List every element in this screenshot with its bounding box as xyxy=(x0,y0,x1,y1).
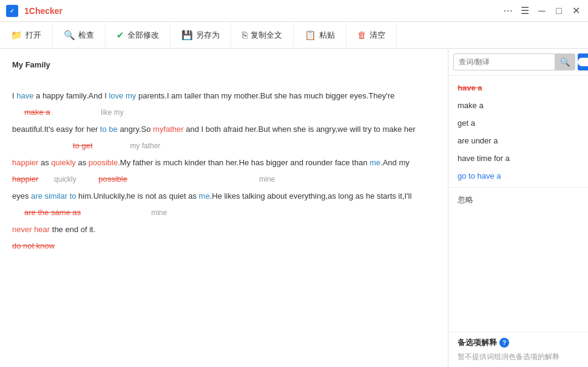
check-icon: 🔍 xyxy=(64,30,75,41)
word-my1: my xyxy=(126,91,136,100)
paragraph-4: eyes are similar to him.Unluckily,he is … xyxy=(12,189,436,203)
suggestions-list: have a make a get a are under a have tim… xyxy=(448,76,588,332)
word-never-hear: never hear xyxy=(12,225,50,234)
help-icon[interactable]: ? xyxy=(499,338,509,348)
suggestion-item-1[interactable]: get a xyxy=(448,114,588,132)
word-quiekly: quiekly xyxy=(51,158,75,167)
alternatives-title: 备选项解释 xyxy=(458,337,497,348)
paragraph-3-correction: happier quickly possible mine xyxy=(12,172,436,187)
app-logo-icon: ✓ xyxy=(6,5,18,17)
search-button[interactable]: 🔍 xyxy=(555,53,575,70)
toolbar: 📁 打开 🔍 检查 ✔ 全部修改 💾 另存为 ⎘ 复制全文 📋 粘贴 🗑 清空 xyxy=(0,22,588,49)
close-icon[interactable]: ✕ xyxy=(570,5,582,16)
search-icon: 🔍 xyxy=(560,58,570,67)
word-poosible: poosible xyxy=(89,158,118,167)
alternatives-section: 备选项解释 ? 暂不提供词组润色备选项的解释 xyxy=(448,332,588,367)
alternatives-header: 备选项解释 ? xyxy=(458,337,579,348)
paste-label: 粘贴 xyxy=(319,30,335,41)
copy-icon: ⎘ xyxy=(242,30,248,40)
app-title: 1Checker xyxy=(24,6,63,16)
clear-label: 清空 xyxy=(370,30,385,41)
right-panel: 🔍 have a make a get a are under a have t… xyxy=(448,49,588,367)
clear-button[interactable]: 🗑 清空 xyxy=(346,22,397,48)
window-controls: ⋯ ☰ ─ □ ✕ xyxy=(502,5,582,16)
copy-all-label: 复制全文 xyxy=(251,30,282,41)
suggestion-item-0[interactable]: make a xyxy=(448,97,588,114)
fix-all-label: 全部修改 xyxy=(127,30,159,41)
suggestion-item-4[interactable]: go to have a xyxy=(448,167,588,185)
check-label: 检查 xyxy=(78,30,94,41)
check-button[interactable]: 🔍 检查 xyxy=(53,22,106,48)
word-me1: me xyxy=(370,158,380,167)
paragraph-5-correction: do not know xyxy=(12,239,436,253)
paragraph-1-correction: make a like my xyxy=(12,105,436,120)
paragraph-2: beautiful.It's easy for her to be angry.… xyxy=(12,122,436,136)
paste-icon: 📋 xyxy=(305,30,316,41)
paragraph-5: never hear the end of it. xyxy=(12,222,436,236)
suggestion-item-2[interactable]: are under a xyxy=(448,132,588,149)
paragraph-3: happier as quiekly as poosible.My father… xyxy=(12,156,436,170)
divider xyxy=(448,187,588,188)
word-have: have xyxy=(16,91,33,100)
save-as-label: 另存为 xyxy=(196,30,220,41)
paragraph-2-correction: to get my father xyxy=(12,139,436,153)
toggle-button[interactable] xyxy=(578,53,588,70)
save-as-button[interactable]: 💾 另存为 xyxy=(171,22,231,48)
word-happier: happier xyxy=(12,158,38,167)
suggestion-item-3[interactable]: have time for a xyxy=(448,149,588,167)
word-tobe: to be xyxy=(100,125,118,134)
share-icon[interactable]: ⋯ xyxy=(502,5,514,16)
save-icon: 💾 xyxy=(181,30,193,41)
ignore-button[interactable]: 忽略 xyxy=(448,190,588,210)
maximize-icon[interactable]: □ xyxy=(553,5,565,16)
word-similar: are similar to xyxy=(31,191,76,201)
toggle-inner xyxy=(578,58,588,66)
search-bar: 🔍 xyxy=(448,49,588,76)
doc-title: My Family xyxy=(12,58,436,72)
paste-button[interactable]: 📋 粘贴 xyxy=(294,22,346,48)
window-menu-icon[interactable]: ☰ xyxy=(519,5,531,16)
paragraph-1: I have a happy family.And I love my pare… xyxy=(12,89,436,103)
title-left: ✓ 1Checker xyxy=(6,5,63,17)
checkmark-icon: ✔ xyxy=(117,30,124,41)
fix-all-button[interactable]: ✔ 全部修改 xyxy=(106,22,171,48)
open-label: 打开 xyxy=(25,30,41,41)
minimize-icon[interactable]: ─ xyxy=(536,5,548,16)
title-bar: ✓ 1Checker ⋯ ☰ ─ □ ✕ xyxy=(0,0,588,22)
copy-all-button[interactable]: ⎘ 复制全文 xyxy=(231,22,294,48)
clear-icon: 🗑 xyxy=(357,30,367,40)
word-love: love xyxy=(109,91,123,100)
paragraph-4-correction: are the same as mine xyxy=(12,205,436,220)
search-input[interactable] xyxy=(453,53,555,70)
folder-icon: 📁 xyxy=(11,30,22,41)
editor-area[interactable]: My Family I have a happy family.And I lo… xyxy=(0,49,448,367)
word-myfather: myfather xyxy=(153,125,184,134)
open-button[interactable]: 📁 打开 xyxy=(0,22,53,48)
word-me2: me xyxy=(199,191,210,201)
alternatives-content: 暂不提供词组润色备选项的解释 xyxy=(458,352,579,362)
main-layout: My Family I have a happy family.And I lo… xyxy=(0,49,588,367)
suggestion-item-selected[interactable]: have a xyxy=(448,79,588,97)
